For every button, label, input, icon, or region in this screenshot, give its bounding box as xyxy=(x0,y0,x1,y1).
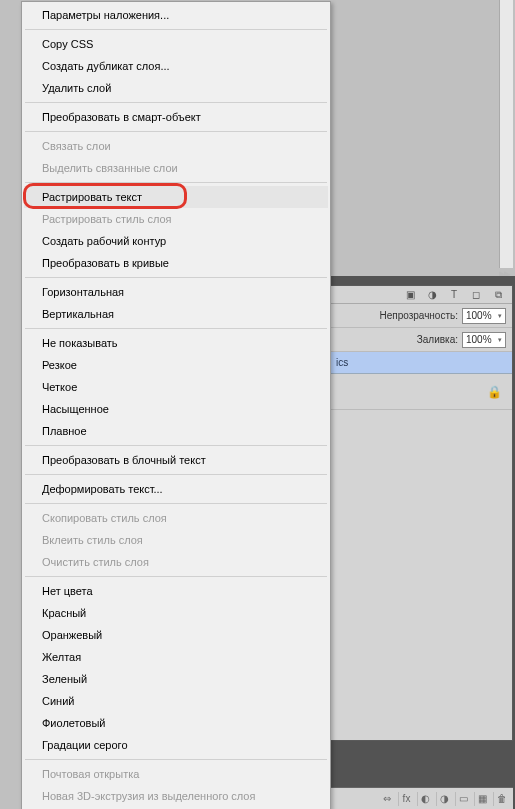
document-canvas-area xyxy=(331,0,513,276)
trash-icon[interactable]: 🗑 xyxy=(493,792,509,806)
fill-input[interactable]: 100% ▾ xyxy=(462,332,506,348)
layer-name: ics xyxy=(336,357,348,368)
menu-item[interactable]: Параметры наложения... xyxy=(24,4,328,26)
menu-item[interactable]: Синий xyxy=(24,690,328,712)
opacity-label: Непрозрачность: xyxy=(379,310,458,321)
menu-item[interactable]: Оранжевый xyxy=(24,624,328,646)
menu-item[interactable]: Нет цвета xyxy=(24,580,328,602)
menu-item[interactable]: Преобразовать в блочный текст xyxy=(24,449,328,471)
menu-item: Очистить стиль слоя xyxy=(24,551,328,573)
menu-separator xyxy=(25,328,327,329)
menu-item: Почтовая открытка xyxy=(24,763,328,785)
menu-item[interactable]: Плавное xyxy=(24,420,328,442)
menu-item: Связать слои xyxy=(24,135,328,157)
menu-item[interactable]: Деформировать текст... xyxy=(24,478,328,500)
opacity-value: 100% xyxy=(466,310,492,321)
menu-item[interactable]: Насыщенное xyxy=(24,398,328,420)
menu-item[interactable]: Зеленый xyxy=(24,668,328,690)
layers-panel: ▣ ◑ T ◻ ⧉ Непрозрачность: 100% ▾ Заливка… xyxy=(329,285,513,741)
menu-item[interactable]: Градации серого xyxy=(24,734,328,756)
menu-separator xyxy=(25,503,327,504)
menu-item[interactable]: Преобразовать в смарт-объект xyxy=(24,106,328,128)
adjustment-icon[interactable]: ◑ xyxy=(426,289,438,301)
layers-panel-footer: ⇔ fx ◐ ◑ ▭ ▦ 🗑 xyxy=(329,787,513,809)
menu-item[interactable]: Растрировать текст xyxy=(24,186,328,208)
menu-separator xyxy=(25,29,327,30)
layer-row-selected[interactable]: ics xyxy=(330,352,512,374)
menu-separator xyxy=(25,102,327,103)
menu-item[interactable]: Желтая xyxy=(24,646,328,668)
fill-row: Заливка: 100% ▾ xyxy=(330,328,512,352)
shape-icon[interactable]: ◻ xyxy=(470,289,482,301)
mask-icon[interactable]: ◐ xyxy=(417,792,433,806)
layer-row-background[interactable]: 🔒 xyxy=(330,374,512,410)
menu-item: Выделить связанные слои xyxy=(24,157,328,179)
link-layers-icon[interactable]: ⇔ xyxy=(379,792,395,806)
menu-item[interactable]: Резкое xyxy=(24,354,328,376)
menu-item[interactable]: Вертикальная xyxy=(24,303,328,325)
menu-item: Новая 3D-экструзия из выделенного слоя xyxy=(24,785,328,807)
image-icon[interactable]: ▣ xyxy=(404,289,416,301)
fill-label: Заливка: xyxy=(417,334,458,345)
menu-item[interactable]: Четкое xyxy=(24,376,328,398)
layer-context-menu: Параметры наложения...Copy CSSСоздать ду… xyxy=(21,1,331,809)
fx-icon[interactable]: fx xyxy=(398,792,414,806)
menu-item[interactable]: Создать дубликат слоя... xyxy=(24,55,328,77)
menu-separator xyxy=(25,277,327,278)
menu-item[interactable]: Красный xyxy=(24,602,328,624)
menu-item: Вклеить стиль слоя xyxy=(24,529,328,551)
layers-empty-area xyxy=(330,410,512,740)
opacity-row: Непрозрачность: 100% ▾ xyxy=(330,304,512,328)
text-icon[interactable]: T xyxy=(448,289,460,301)
lock-icon: 🔒 xyxy=(487,385,502,399)
folder-icon[interactable]: ▭ xyxy=(455,792,471,806)
menu-item: Растрировать стиль слоя xyxy=(24,208,328,230)
smart-icon[interactable]: ⧉ xyxy=(492,289,504,301)
menu-item[interactable]: Фиолетовый xyxy=(24,712,328,734)
new-layer-icon[interactable]: ▦ xyxy=(474,792,490,806)
menu-item[interactable]: Создать рабочий контур xyxy=(24,230,328,252)
menu-separator xyxy=(25,182,327,183)
menu-item[interactable]: Преобразовать в кривые xyxy=(24,252,328,274)
menu-item[interactable]: Не показывать xyxy=(24,332,328,354)
panel-tab-icons: ▣ ◑ T ◻ ⧉ xyxy=(330,286,512,304)
vertical-scrollbar[interactable] xyxy=(499,0,513,268)
fill-value: 100% xyxy=(466,334,492,345)
chevron-down-icon[interactable]: ▾ xyxy=(498,312,502,320)
opacity-input[interactable]: 100% ▾ xyxy=(462,308,506,324)
menu-separator xyxy=(25,759,327,760)
menu-separator xyxy=(25,131,327,132)
menu-separator xyxy=(25,445,327,446)
chevron-down-icon[interactable]: ▾ xyxy=(498,336,502,344)
menu-separator xyxy=(25,576,327,577)
adjustment-layer-icon[interactable]: ◑ xyxy=(436,792,452,806)
menu-item[interactable]: Горизонтальная xyxy=(24,281,328,303)
menu-item[interactable]: Удалить слой xyxy=(24,77,328,99)
menu-separator xyxy=(25,474,327,475)
menu-item[interactable]: Copy CSS xyxy=(24,33,328,55)
menu-item: Скопировать стиль слоя xyxy=(24,507,328,529)
